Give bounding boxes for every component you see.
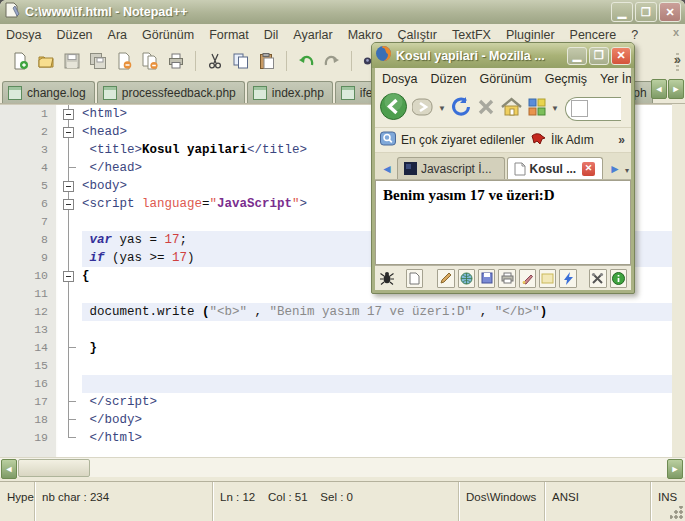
- line-number: 17: [0, 393, 56, 411]
- notepad-menu-item[interactable]: Makro: [348, 28, 383, 42]
- firefox-body: DosyaDüzenGörünümGeçmişYer İmleri ▼: [375, 68, 631, 290]
- bookmark-ilk-adim[interactable]: İlk Adım: [551, 133, 594, 147]
- file-doc-icon: [103, 86, 117, 100]
- tab-scroll-right-icon[interactable]: ►: [668, 79, 684, 99]
- undo-icon[interactable]: [296, 51, 316, 71]
- paste-icon[interactable]: [257, 51, 277, 71]
- menubar-close-icon[interactable]: x: [673, 26, 679, 38]
- tab-scroll-right-icon[interactable]: ►: [605, 162, 625, 179]
- url-bar[interactable]: [565, 97, 621, 121]
- fold-collapse-icon[interactable]: [56, 177, 82, 195]
- code-line[interactable]: 15: [0, 357, 672, 375]
- notepad-menu-item[interactable]: ?: [631, 28, 638, 42]
- forward-icon[interactable]: [412, 97, 434, 121]
- firefox-maximize-button[interactable]: ❒: [589, 47, 609, 65]
- notepad-menu-item[interactable]: Ayarlar: [293, 28, 332, 42]
- fold-guide-line: [56, 231, 82, 249]
- grid-icon[interactable]: [527, 97, 547, 121]
- print-icon[interactable]: [166, 51, 186, 71]
- code-line[interactable]: 12 document.write ("<b>" , "Benim yasım …: [0, 303, 672, 321]
- notepad-menu-item[interactable]: Görünüm: [142, 28, 194, 42]
- browser-tab-kosul[interactable]: Kosul ... ✕: [507, 157, 604, 179]
- firefox-menu-item[interactable]: Görünüm: [480, 72, 532, 86]
- notepad-menu-item[interactable]: Ara: [108, 28, 127, 42]
- info-icon[interactable]: [610, 269, 627, 288]
- frame-icon[interactable]: [539, 269, 556, 288]
- stop-icon[interactable]: [476, 97, 496, 121]
- code-line[interactable]: 14 }: [0, 339, 672, 357]
- firefox-menu-item[interactable]: Dosya: [382, 72, 417, 86]
- bug-icon[interactable]: [379, 270, 395, 287]
- new-page-icon[interactable]: [406, 269, 423, 288]
- fold-collapse-icon[interactable]: [56, 267, 82, 285]
- notepad-menu-item[interactable]: TextFX: [452, 28, 491, 42]
- resize-grip[interactable]: [670, 506, 683, 519]
- bookmarks-overflow-icon[interactable]: »: [618, 133, 625, 147]
- browser-tab-javascript[interactable]: Javascript İ...: [397, 157, 505, 179]
- code-text: </body>: [82, 411, 672, 429]
- tab-scroll-left-icon[interactable]: ◄: [377, 162, 397, 179]
- file-tab[interactable]: index.php: [247, 81, 333, 103]
- cut-icon[interactable]: [205, 51, 225, 71]
- firefox-menu-item[interactable]: Geçmiş: [545, 72, 587, 86]
- tab-scroll-left-icon[interactable]: ◄: [651, 79, 667, 99]
- file-tab-label: index.php: [272, 86, 324, 100]
- notepad-titlebar[interactable]: C:\www\if.html - Notepad++ ▁ ❒ ✕: [0, 0, 685, 24]
- notepad-minimize-button[interactable]: ▁: [611, 2, 633, 22]
- notepad-close-button[interactable]: ✕: [659, 2, 681, 22]
- globe-icon[interactable]: [458, 269, 475, 288]
- code-line[interactable]: 17 </script>: [0, 393, 672, 411]
- save-icon[interactable]: [62, 51, 82, 71]
- notepad-menu-item[interactable]: Format: [209, 28, 249, 42]
- code-line[interactable]: 19 </html>: [0, 429, 672, 447]
- edit-pencil-icon[interactable]: [437, 269, 454, 288]
- file-tab[interactable]: change.log: [2, 81, 95, 103]
- tab-close-icon[interactable]: ✕: [581, 161, 596, 177]
- fold-collapse-icon[interactable]: [56, 105, 82, 123]
- firefox-titlebar[interactable]: Kosul yapilari - Mozilla ... ▁ ❒ ✕: [372, 43, 634, 68]
- print-icon[interactable]: [498, 269, 515, 288]
- grid-dropdown-icon[interactable]: ▼: [551, 104, 559, 113]
- copy-icon[interactable]: [231, 51, 251, 71]
- scroll-left-icon[interactable]: ◄: [1, 459, 17, 479]
- firefox-close-button[interactable]: ✕: [611, 47, 631, 65]
- scroll-right-icon[interactable]: ►: [667, 459, 683, 479]
- code-line[interactable]: 18 </body>: [0, 411, 672, 429]
- fold-collapse-icon[interactable]: [56, 195, 82, 213]
- notepad-menu-item[interactable]: Pluginler: [506, 28, 555, 42]
- save-icon[interactable]: [478, 269, 495, 288]
- back-icon[interactable]: [379, 92, 408, 125]
- open-file-icon[interactable]: [36, 51, 56, 71]
- redo-icon[interactable]: [322, 51, 342, 71]
- save-all-icon[interactable]: [88, 51, 108, 71]
- toolbar-overflow-icon[interactable]: »: [674, 52, 681, 67]
- firefox-minimize-button[interactable]: ▁: [567, 47, 587, 65]
- notepad-menu-item[interactable]: Düzen: [56, 28, 92, 42]
- firefox-menu-item[interactable]: Düzen: [430, 72, 466, 86]
- code-line[interactable]: 13: [0, 321, 672, 339]
- notepad-menu-item[interactable]: Çalıştır: [397, 28, 437, 42]
- scrollbar-thumb[interactable]: [18, 459, 90, 477]
- fold-collapse-icon[interactable]: [56, 123, 82, 141]
- notepad-menu-item[interactable]: Dosya: [6, 28, 41, 42]
- fold-guide-line: [56, 393, 82, 411]
- close-file-icon[interactable]: [114, 51, 134, 71]
- notepad-maximize-button[interactable]: ❒: [635, 2, 657, 22]
- history-dropdown-icon[interactable]: ▼: [438, 104, 446, 113]
- notepad-menu-item[interactable]: Dil: [264, 28, 279, 42]
- tools-icon[interactable]: [589, 269, 606, 288]
- firefox-menu-item[interactable]: Yer İmleri: [600, 72, 631, 86]
- firefox-menubar: DosyaDüzenGörünümGeçmişYer İmleri: [375, 68, 631, 90]
- horizontal-scrollbar[interactable]: ◄ ►: [0, 457, 685, 477]
- file-tab[interactable]: processfeedback.php: [97, 81, 245, 103]
- refresh-icon[interactable]: [450, 96, 472, 122]
- lightning-icon[interactable]: [559, 269, 576, 288]
- close-all-icon[interactable]: [140, 51, 160, 71]
- bookmark-most-visited[interactable]: En çok ziyaret edilenler: [401, 133, 525, 147]
- notepad-menu-item[interactable]: Pencere: [570, 28, 617, 42]
- tab-list-dropdown-icon[interactable]: ▾: [625, 166, 629, 179]
- new-file-icon[interactable]: [10, 51, 30, 71]
- home-icon[interactable]: [500, 96, 523, 121]
- code-line[interactable]: 16: [0, 375, 672, 393]
- draw-icon[interactable]: [519, 269, 536, 288]
